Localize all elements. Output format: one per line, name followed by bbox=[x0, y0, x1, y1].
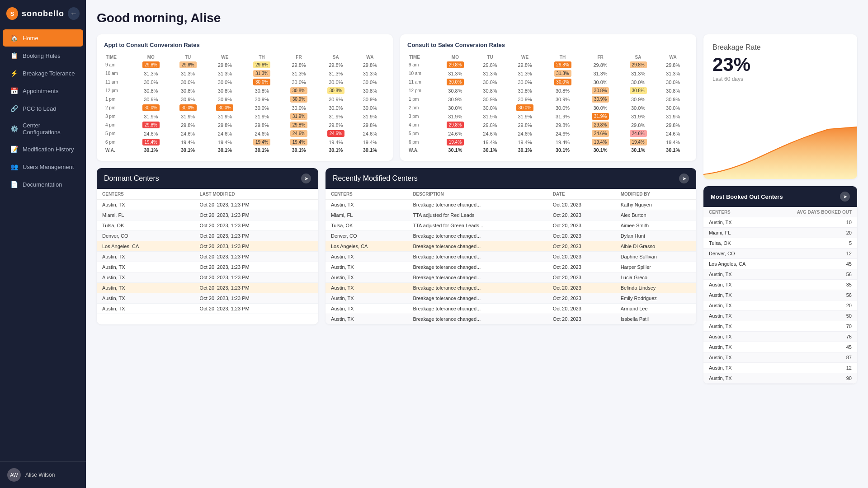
cell-tu: 29.8% bbox=[170, 61, 207, 69]
cell-sa: 30.0% bbox=[317, 103, 354, 112]
sidebar-item-center-configurations[interactable]: ⚙️Center Configurations bbox=[3, 117, 83, 140]
cell-th: 19.4% bbox=[243, 138, 280, 146]
cell-days: 56 bbox=[768, 269, 857, 280]
sidebar-item-booking-rules[interactable]: 📋Booking Rules bbox=[3, 47, 83, 64]
cell-days: 90 bbox=[768, 373, 857, 384]
col-header-sa: SA bbox=[317, 54, 354, 61]
most-booked-expand-button[interactable]: ➤ bbox=[840, 192, 850, 202]
appt-conversion-card: Appt to Consult Conversion Rates TIMEMOT… bbox=[97, 34, 393, 161]
nav-icon: 🔗 bbox=[10, 104, 18, 113]
sidebar-item-breakage-tolerance[interactable]: ⚡Breakage Tolerance bbox=[3, 65, 83, 82]
cell-center: Austin, TX bbox=[703, 269, 768, 280]
cell-tu: 29.8% bbox=[474, 61, 506, 69]
dormant-table: CENTERSLAST MODIFIEDAustin, TXOct 20, 20… bbox=[97, 189, 318, 314]
cell-sa: 19.4% bbox=[619, 138, 657, 146]
recently-table: CENTERSDESCRIPTIONDATEMODIFIED BYAustin,… bbox=[326, 189, 696, 324]
cell-tu: 30.0% bbox=[474, 78, 506, 86]
cell-date: Oct 20, 2023, 1:23 PM bbox=[194, 304, 318, 314]
cell-we: 30.9% bbox=[206, 95, 243, 103]
cell-center: Austin, TX bbox=[97, 262, 194, 272]
cell-desc: Breakage tolerance changed... bbox=[407, 262, 547, 272]
main-content: Good morning, Alise Appt to Consult Conv… bbox=[86, 0, 868, 488]
cell-center: Austin, TX bbox=[326, 200, 407, 210]
cell-days: 5 bbox=[768, 238, 857, 249]
cell-wa: 30.0% bbox=[657, 103, 689, 112]
cell-we: 30.8% bbox=[206, 86, 243, 95]
nav-icon: 📅 bbox=[10, 87, 18, 95]
cell-by: Harper Spiller bbox=[615, 262, 696, 272]
cell-by: Alex Burton bbox=[615, 210, 696, 221]
cell-center: Austin, TX bbox=[703, 342, 768, 352]
col-centers: CENTERS bbox=[326, 189, 407, 200]
cell-we: 30.0% bbox=[506, 78, 544, 86]
cell-mo: 19.4% bbox=[132, 138, 170, 146]
cell-we: 29.8% bbox=[206, 61, 243, 69]
col-centers: CENTERS bbox=[97, 189, 194, 200]
table-row: 4 pm29.8%29.8%29.8%29.8%29.8%29.8%29.8% bbox=[104, 121, 386, 129]
col-header-tu: TU bbox=[170, 54, 207, 61]
col-header-mo: MO bbox=[132, 54, 170, 61]
cell-tu: 19.4% bbox=[170, 138, 207, 146]
table-row: Los Angeles, CAOct 20, 2023, 1:23 PM bbox=[97, 241, 318, 252]
cell-date: Oct 20, 2023, 1:23 PM bbox=[194, 283, 318, 293]
cell-desc: Breakage tolerance changed... bbox=[407, 314, 547, 324]
table-row: Austin, TXOct 20, 2023, 1:23 PM bbox=[97, 200, 318, 210]
table-row: Miami, FLTTA adjusted for Red LeadsOct 2… bbox=[326, 210, 696, 221]
cell-days: 70 bbox=[768, 321, 857, 332]
cell-we: 29.8% bbox=[206, 121, 243, 129]
cell-tu: 30.1% bbox=[170, 146, 207, 154]
cell-fr: 30.0% bbox=[280, 103, 317, 112]
table-row: Austin, TXOct 20, 2023, 1:23 PM bbox=[97, 262, 318, 272]
cell-fr: 19.4% bbox=[581, 138, 619, 146]
cell-tu: 31.3% bbox=[474, 69, 506, 78]
cell-fr: 30.8% bbox=[280, 86, 317, 95]
breakage-chart bbox=[703, 125, 857, 179]
cell-fr: 31.9% bbox=[581, 112, 619, 121]
cell-fr: 30.1% bbox=[581, 146, 619, 154]
table-row: Los Angeles, CABreakage tolerance change… bbox=[326, 241, 696, 252]
cell-wa: 30.1% bbox=[354, 146, 386, 154]
cell-center: Austin, TX bbox=[97, 304, 194, 314]
cell-center: Los Angeles, CA bbox=[326, 241, 407, 252]
cell-date: Oct 20, 2023, 1:23 PM bbox=[194, 200, 318, 210]
cell-mo: 30.8% bbox=[436, 86, 474, 95]
cell-time: 11 am bbox=[407, 78, 436, 86]
recently-expand-button[interactable]: ➤ bbox=[679, 174, 689, 183]
cell-center: Austin, TX bbox=[97, 272, 194, 283]
cell-center: Austin, TX bbox=[326, 283, 407, 293]
breakage-rate-card: Breakage Rate 23% Last 60 days bbox=[703, 34, 857, 179]
sidebar-item-appointments[interactable]: 📅Appointments bbox=[3, 82, 83, 99]
table-row: Austin, TX45 bbox=[703, 342, 857, 352]
cell-sa: 31.9% bbox=[317, 112, 354, 121]
table-row: Austin, TX90 bbox=[703, 373, 857, 384]
cell-tu: 31.9% bbox=[474, 112, 506, 121]
sidebar-item-pcc-to-lead[interactable]: 🔗PCC to Lead bbox=[3, 100, 83, 117]
back-button[interactable]: ← bbox=[68, 7, 80, 20]
cell-we: 30.1% bbox=[506, 146, 544, 154]
table-row: Austin, TX20 bbox=[703, 300, 857, 311]
dormant-expand-button[interactable]: ➤ bbox=[301, 174, 311, 183]
consult-conversion-table: TIMEMOTUWETHFRSAWA9 am29.8%29.8%29.8%29.… bbox=[407, 54, 689, 154]
cell-time: 9 am bbox=[407, 61, 436, 69]
cell-desc: Breakage tolerance changed... bbox=[407, 293, 547, 304]
cell-th: 30.8% bbox=[243, 86, 280, 95]
cell-desc: Breakage tolerance changed... bbox=[407, 304, 547, 314]
cell-fr: 30.0% bbox=[581, 103, 619, 112]
sidebar-item-home[interactable]: 🏠Home bbox=[3, 29, 83, 47]
cell-we: 31.9% bbox=[506, 112, 544, 121]
cell-fr: 24.6% bbox=[581, 129, 619, 138]
cell-days: 45 bbox=[768, 342, 857, 352]
table-row: Austin, TXOct 20, 2023, 1:23 PM bbox=[97, 293, 318, 304]
sidebar-user: AW Alise Wilson bbox=[0, 461, 86, 488]
sidebar-item-modification-history[interactable]: 📝Modification History bbox=[3, 141, 83, 158]
cell-tu: 24.6% bbox=[170, 129, 207, 138]
sidebar-item-documentation[interactable]: 📄Documentation bbox=[3, 176, 83, 193]
col-header-time: TIME bbox=[407, 54, 436, 61]
cell-center: Austin, TX bbox=[326, 304, 407, 314]
sidebar-item-users-management[interactable]: 👥Users Management bbox=[3, 158, 83, 175]
cell-mo: 24.6% bbox=[132, 129, 170, 138]
cell-time: 6 pm bbox=[104, 138, 132, 146]
recently-modified-card: Recently Modified Centers ➤ CENTERSDESCR… bbox=[326, 168, 696, 324]
cell-time: W.A. bbox=[104, 146, 132, 154]
col-last-modified: LAST MODIFIED bbox=[194, 189, 318, 200]
